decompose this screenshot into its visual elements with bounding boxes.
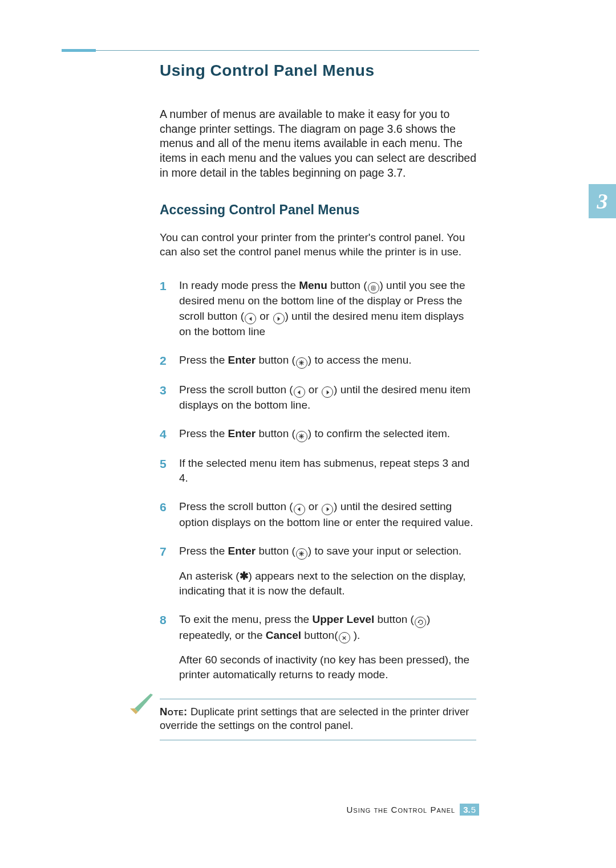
text: button ( [256,354,295,366]
chapter-tab: 3 [589,184,616,218]
svg-marker-4 [249,316,252,320]
footer-page: 5 [471,805,476,814]
text: button ( [374,613,414,625]
svg-marker-26 [135,694,153,712]
right-arrow-icon [273,313,285,324]
text: or [306,500,321,512]
text: ) to access the menu. [308,354,412,366]
step-number: 4 [160,426,167,443]
step-number: 8 [160,612,167,629]
text: ). [351,629,360,641]
text: An asterisk ( [179,570,240,582]
enter-icon [296,548,307,560]
step-number: 7 [160,544,167,560]
section-title: Using Control Panel Menus [160,62,476,80]
text: button ( [256,427,295,439]
step-number: 1 [160,278,167,295]
step-number: 5 [160,456,167,472]
svg-marker-17 [326,507,329,511]
text: If the selected menu item has submenus, … [179,457,469,484]
text: button ( [327,279,367,291]
step-3: 3 Press the scroll button ( or ) until t… [160,382,476,413]
enter-bold: Enter [228,545,256,557]
step-number: 3 [160,382,167,399]
text: Press the scroll button ( [179,384,293,396]
right-arrow-icon [322,504,333,515]
step-number: 6 [160,499,167,516]
step-1: 1 In ready mode press the Menu button ()… [160,278,476,339]
intro-paragraph: A number of menus are available to make … [160,107,476,181]
text: or [257,310,272,322]
header-rule [62,50,479,51]
svg-marker-10 [298,390,301,394]
text: Press the [179,545,228,557]
note-label: Note: [160,706,188,718]
step-number: 2 [160,353,167,369]
cancel-icon [339,632,350,643]
footer-chapter: 3. [463,805,471,814]
step-5: 5 If the selected menu item has submenus… [160,456,476,486]
left-arrow-icon [294,386,305,398]
text: button ( [256,545,295,557]
text: To exit the menu, press the [179,613,312,625]
asterisk-icon: ✱ [240,570,249,582]
left-arrow-icon [294,504,305,515]
footer-text: Using the Control Panel [347,805,456,814]
svg-marker-5 [278,316,281,320]
menu-icon [368,282,379,294]
footer-page-number: 3.5 [460,804,479,816]
right-arrow-icon [322,386,333,398]
step-6: 6 Press the scroll button ( or ) until t… [160,499,476,530]
step-7: 7 Press the Enter button () to save your… [160,544,476,598]
svg-marker-11 [326,390,329,394]
text: or [306,384,321,396]
enter-bold: Enter [228,354,256,366]
text: button( [301,629,338,641]
header-rule-accent [62,49,96,52]
upper-level-icon [415,617,426,628]
text: ) to confirm the selected item. [308,427,450,439]
svg-marker-16 [298,507,301,511]
text: Press the [179,354,228,366]
step-4: 4 Press the Enter button () to confirm t… [160,426,476,442]
subsection-intro: You can control your printer from the pr… [160,230,476,259]
menu-bold: Menu [299,279,327,291]
subsection-title: Accessing Control Panel Menus [160,202,476,218]
step-8: 8 To exit the menu, press the Upper Leve… [160,612,476,682]
note-text: Duplicate print settings that are select… [160,706,469,732]
step-2: 2 Press the Enter button () to access th… [160,353,476,369]
left-arrow-icon [245,313,256,324]
enter-icon [296,357,307,369]
text: After 60 seconds of inactivity (no key h… [179,653,476,682]
enter-icon [296,431,307,442]
text: Press the scroll button ( [179,500,293,512]
note-box: Note: Duplicate print settings that are … [160,699,476,741]
text: ) to save your input or selection. [308,545,461,557]
text: In ready mode press the [179,279,299,291]
enter-bold: Enter [228,427,256,439]
text: Press the [179,427,228,439]
upper-level-bold: Upper Level [312,613,374,625]
cancel-bold: Cancel [266,629,301,641]
note-checkmark-icon [127,691,155,724]
page-footer: Using the Control Panel 3.5 [347,804,480,816]
